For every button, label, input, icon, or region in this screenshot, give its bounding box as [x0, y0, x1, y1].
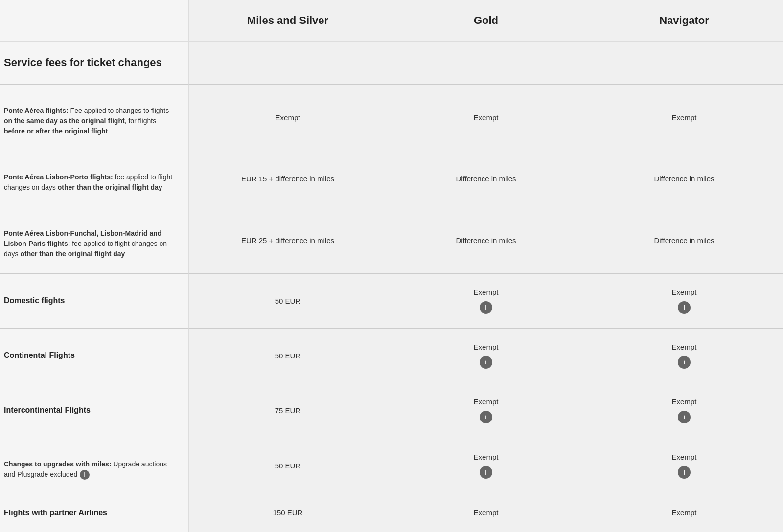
- continental-flights-gold-value: Exempt: [474, 343, 499, 351]
- intercontinental-flights-text: Intercontinental Flights: [4, 406, 177, 415]
- comparison-table: Miles and Silver Gold Navigator Service …: [0, 0, 783, 532]
- ponte-aerea-same-day-label: Ponte Aérea flights: Fee applied to chan…: [0, 85, 188, 151]
- intercontinental-flights-gold-info-icon[interactable]: i: [480, 411, 492, 423]
- ponte-aerea-same-day-navigator-value: Exempt: [672, 113, 697, 122]
- domestic-flights-label: Domestic flights: [0, 274, 188, 329]
- intercontinental-flights-navigator-info-icon[interactable]: i: [678, 411, 691, 423]
- upgrades-with-miles-label-info-icon[interactable]: i: [80, 470, 90, 480]
- continental-flights-navigator-info-icon[interactable]: i: [678, 356, 691, 369]
- ponte-aerea-lisbon-funchal-navigator-value: Difference in miles: [654, 236, 714, 244]
- partner-airlines-gold: Exempt: [387, 494, 585, 532]
- upgrades-with-miles-silver-value: 50 EUR: [275, 462, 301, 470]
- partner-airlines-text: Flights with partner Airlines: [4, 509, 177, 517]
- ponte-aerea-lisbon-porto-label: Ponte Aérea Lisbon-Porto flights: fee ap…: [0, 151, 188, 207]
- ponte-aerea-lisbon-porto-navigator-value: Difference in miles: [654, 175, 714, 183]
- header-silver: Miles and Silver: [188, 0, 387, 42]
- intercontinental-flights-navigator: Exempt i: [585, 383, 783, 438]
- domestic-flights-silver-value: 50 EUR: [275, 297, 301, 305]
- header-navigator: Navigator: [585, 0, 783, 42]
- ponte-aerea-lisbon-funchal-navigator: Difference in miles: [585, 207, 783, 274]
- ponte-aerea-lisbon-funchal-bold1: other than the original flight day: [20, 250, 125, 258]
- continental-flights-silver: 50 EUR: [188, 329, 387, 383]
- domestic-flights-silver: 50 EUR: [188, 274, 387, 329]
- intercontinental-flights-label: Intercontinental Flights: [0, 383, 188, 438]
- ponte-aerea-same-day-bold2: before or after the original flight: [4, 127, 108, 135]
- partner-airlines-label: Flights with partner Airlines: [0, 494, 188, 532]
- header-silver-label: Miles and Silver: [247, 14, 328, 27]
- ponte-aerea-lisbon-porto-navigator: Difference in miles: [585, 151, 783, 207]
- upgrades-with-miles-navigator-info-icon[interactable]: i: [678, 466, 691, 479]
- domestic-flights-gold-value: Exempt: [474, 288, 499, 296]
- ponte-aerea-lisbon-porto-gold-value: Difference in miles: [456, 175, 516, 183]
- ponte-aerea-lisbon-funchal-silver-value: EUR 25 + difference in miles: [241, 236, 334, 244]
- section-title-cell: Service fees for ticket changes: [0, 42, 188, 85]
- intercontinental-flights-silver-value: 75 EUR: [275, 406, 301, 415]
- ponte-aerea-same-day-desc: Ponte Aérea flights: Fee applied to chan…: [4, 106, 177, 136]
- intercontinental-flights-gold-value: Exempt: [474, 398, 499, 406]
- title-navigator-cell: [585, 42, 783, 85]
- ponte-aerea-same-day-navigator: Exempt: [585, 85, 783, 151]
- domestic-flights-navigator-value: Exempt: [672, 288, 697, 296]
- ponte-aerea-same-day-gold: Exempt: [387, 85, 585, 151]
- upgrades-with-miles-gold: Exempt i: [387, 438, 585, 494]
- partner-airlines-silver: 150 EUR: [188, 494, 387, 532]
- continental-flights-navigator: Exempt i: [585, 329, 783, 383]
- ponte-aerea-lisbon-funchal-silver: EUR 25 + difference in miles: [188, 207, 387, 274]
- header-gold: Gold: [387, 0, 585, 42]
- intercontinental-flights-gold: Exempt i: [387, 383, 585, 438]
- header-navigator-label: Navigator: [659, 14, 709, 27]
- ponte-aerea-lisbon-porto-bold1: other than the original flight day: [58, 183, 162, 191]
- ponte-aerea-same-day-text1: Fee applied to changes to flights: [69, 107, 169, 114]
- ponte-aerea-lisbon-porto-gold: Difference in miles: [387, 151, 585, 207]
- upgrades-with-miles-prefix: Changes to upgrades with miles:: [4, 460, 111, 468]
- continental-flights-label: Continental Flights: [0, 329, 188, 383]
- ponte-aerea-same-day-silver-value: Exempt: [276, 113, 300, 122]
- continental-flights-silver-value: 50 EUR: [275, 352, 301, 360]
- continental-flights-text: Continental Flights: [4, 351, 177, 360]
- ponte-aerea-lisbon-porto-desc: Ponte Aérea Lisbon-Porto flights: fee ap…: [4, 172, 177, 193]
- section-title: Service fees for ticket changes: [4, 56, 177, 70]
- ponte-aerea-lisbon-porto-silver: EUR 15 + difference in miles: [188, 151, 387, 207]
- continental-flights-gold: Exempt i: [387, 329, 585, 383]
- partner-airlines-silver-value: 150 EUR: [273, 509, 303, 517]
- domestic-flights-text: Domestic flights: [4, 296, 177, 305]
- title-silver-cell: [188, 42, 387, 85]
- ponte-aerea-lisbon-funchal-desc: Ponte Aérea Lisbon-Funchal, Lisbon-Madri…: [4, 228, 177, 259]
- ponte-aerea-lisbon-porto-prefix: Ponte Aérea Lisbon-Porto flights:: [4, 173, 113, 181]
- continental-flights-gold-info-icon[interactable]: i: [480, 356, 492, 369]
- ponte-aerea-lisbon-funchal-label: Ponte Aérea Lisbon-Funchal, Lisbon-Madri…: [0, 207, 188, 274]
- ponte-aerea-same-day-text2: , for flights: [125, 117, 157, 125]
- ponte-aerea-same-day-gold-value: Exempt: [474, 113, 499, 122]
- upgrades-with-miles-silver: 50 EUR: [188, 438, 387, 494]
- domestic-flights-gold-info-icon[interactable]: i: [480, 301, 492, 314]
- partner-airlines-navigator: Exempt: [585, 494, 783, 532]
- header-gold-label: Gold: [474, 14, 498, 27]
- upgrades-with-miles-gold-value: Exempt: [474, 453, 499, 461]
- ponte-aerea-lisbon-porto-silver-value: EUR 15 + difference in miles: [241, 175, 334, 183]
- intercontinental-flights-silver: 75 EUR: [188, 383, 387, 438]
- partner-airlines-gold-value: Exempt: [474, 509, 499, 517]
- upgrades-with-miles-label: Changes to upgrades with miles: Upgrade …: [0, 438, 188, 494]
- upgrades-with-miles-navigator-value: Exempt: [672, 453, 697, 461]
- ponte-aerea-lisbon-funchal-gold-value: Difference in miles: [456, 236, 516, 244]
- intercontinental-flights-navigator-value: Exempt: [672, 398, 697, 406]
- ponte-aerea-same-day-prefix: Ponte Aérea flights:: [4, 107, 69, 114]
- header-label-col: [0, 0, 188, 42]
- upgrades-with-miles-gold-info-icon[interactable]: i: [480, 466, 492, 479]
- ponte-aerea-lisbon-funchal-gold: Difference in miles: [387, 207, 585, 274]
- partner-airlines-navigator-value: Exempt: [672, 509, 697, 517]
- upgrades-with-miles-navigator: Exempt i: [585, 438, 783, 494]
- domestic-flights-navigator-info-icon[interactable]: i: [678, 301, 691, 314]
- title-gold-cell: [387, 42, 585, 85]
- continental-flights-navigator-value: Exempt: [672, 343, 697, 351]
- domestic-flights-gold: Exempt i: [387, 274, 585, 329]
- ponte-aerea-same-day-silver: Exempt: [188, 85, 387, 151]
- ponte-aerea-same-day-bold1: on the same day as the original flight: [4, 117, 125, 125]
- domestic-flights-navigator: Exempt i: [585, 274, 783, 329]
- upgrades-with-miles-desc: Changes to upgrades with miles: Upgrade …: [4, 459, 177, 480]
